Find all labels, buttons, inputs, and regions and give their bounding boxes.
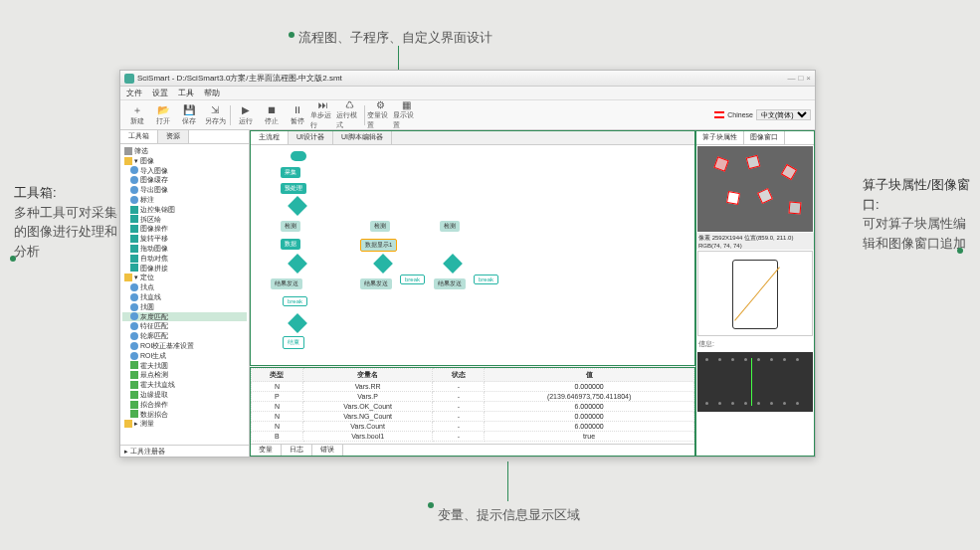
tool-tree[interactable]: 筛选▾ 图像导入图像图像缓存导出图像标注边控集锦图拆区绘图像操作旋转平移拖动图像… [120,144,249,445]
left-tab-工具箱[interactable]: 工具箱 [120,130,158,143]
toolbar-保存[interactable]: 💾保存 [176,102,202,128]
flow-node[interactable]: 结果发送 [360,278,392,289]
tree-item[interactable]: 图像缓存 [122,175,247,185]
tree-item[interactable]: 边控集锦图 [122,205,247,215]
tree-item[interactable]: 筛选 [122,146,247,156]
var-tab-0[interactable]: 变量 [251,445,282,456]
flow-condition[interactable] [373,254,393,274]
toolbar-另存为[interactable]: ⇲另存为 [202,102,228,128]
tree-item[interactable]: 轮廓匹配 [122,331,247,341]
left-tab-资源[interactable]: 资源 [158,130,189,143]
table-row[interactable]: NVars.Count-6.000000 [252,422,694,432]
flow-node[interactable]: break [283,296,307,306]
col-state[interactable]: 状态 [433,369,485,382]
tree-item[interactable]: 导出图像 [122,185,247,195]
table-row[interactable]: NVars.NG_Count-0.000000 [252,412,694,422]
tree-item[interactable]: 找圆 [122,302,247,312]
menu-设置[interactable]: 设置 [152,88,168,98]
flow-node[interactable]: 检测 [370,221,390,232]
connector-line [398,46,399,70]
tree-item[interactable]: 数据拟合 [122,410,247,420]
menu-工具[interactable]: 工具 [178,88,194,98]
image-preview-1[interactable] [697,146,813,232]
toolbar-显示设置[interactable]: ▦显示设置 [393,102,419,128]
tree-item[interactable]: 标注 [122,195,247,205]
flow-node[interactable]: break [400,275,425,284]
var-tab-2[interactable]: 错误 [312,445,343,456]
image-preview-3[interactable] [697,352,813,412]
tree-item[interactable]: 拖动图像 [122,244,247,254]
flow-node[interactable]: 数据显示1 [360,239,397,252]
flow-node[interactable]: 检测 [281,221,300,232]
flow-start[interactable] [291,151,306,161]
flow-node[interactable]: 检测 [440,221,460,232]
tree-item[interactable]: 边缘提取 [122,390,247,400]
flow-condition[interactable] [288,313,307,333]
tree-item[interactable]: 最点检测 [122,370,247,380]
toolbar-运行[interactable]: ▶运行 [233,102,259,128]
tree-item[interactable]: 霍夫找直线 [122,380,247,390]
center-tab-1[interactable]: UI设计器 [289,131,333,144]
toolbar-单步运行[interactable]: ⏭单步运行 [310,102,336,128]
flow-node[interactable]: 预处理 [281,183,306,194]
language-selector[interactable]: Chinese 中文(简体) [714,109,811,120]
flow-node[interactable]: 数据 [281,239,300,250]
flow-node[interactable]: break [474,275,498,284]
tree-item[interactable]: 灰度匹配 [122,312,247,322]
tree-item[interactable]: 图像拼接 [122,264,247,274]
toolbar-运行模式[interactable]: ♺运行模式 [336,102,362,128]
flow-node[interactable]: 采集 [281,167,300,178]
var-tab-1[interactable]: 日志 [282,445,312,456]
flow-condition[interactable] [443,254,463,274]
tree-icon [130,225,138,233]
flow-node[interactable]: 结束 [283,336,304,349]
tree-item[interactable]: ROI校正基准设置 [122,341,247,351]
toolbar-新建[interactable]: ＋新建 [124,102,150,128]
center-tab-0[interactable]: 主流程 [251,131,289,144]
table-row[interactable]: NVars.OK_Count-6.000000 [252,402,694,412]
flowchart-canvas[interactable]: 采集 预处理 检测 检测 检测 数据 数据显示1 结果发送 结果发送 结果发送 … [251,145,694,365]
tree-item[interactable]: 找直线 [122,292,247,302]
language-dropdown[interactable]: 中文(简体) [756,109,811,120]
tree-item[interactable]: 旋转平移 [122,234,247,244]
tree-item[interactable]: 导入图像 [122,166,247,176]
maximize-button[interactable]: □ [798,74,803,83]
toolbar-打开[interactable]: 📂打开 [150,102,176,128]
tree-item[interactable]: 拟合操作 [122,400,247,410]
flow-condition[interactable] [288,196,307,216]
separator [364,105,365,125]
right-tab-0[interactable]: 算子块属性 [696,131,744,144]
tree-item[interactable]: ▾ 定位 [122,273,247,282]
tree-item[interactable]: 自动对焦 [122,254,247,264]
close-button[interactable]: × [806,74,811,83]
tree-item[interactable]: ▾ 图像 [122,156,247,166]
停止-icon: ⏹ [266,104,278,116]
table-row[interactable]: PVars.P-(2139.646973,750.411804) [252,392,694,402]
variable-table[interactable]: 类型 变量名 状态 值 NVars.RR-0.000000PVars.P-(21… [251,368,694,444]
flow-node[interactable]: 结果发送 [271,278,302,289]
col-value[interactable]: 值 [485,369,694,382]
tree-item[interactable]: ROI生成 [122,351,247,361]
tree-item[interactable]: 找点 [122,282,247,292]
table-row[interactable]: NVars.RR-0.000000 [252,382,694,392]
table-row[interactable]: BVars.bool1-true [252,432,694,442]
right-tab-1[interactable]: 图像窗口 [744,131,785,144]
tree-item[interactable]: 图像操作 [122,224,247,234]
menu-文件[interactable]: 文件 [126,88,142,98]
menu-帮助[interactable]: 帮助 [204,88,220,98]
toolbar-停止[interactable]: ⏹停止 [259,102,285,128]
center-tab-2[interactable]: UI脚本编辑器 [333,131,392,144]
tree-item[interactable]: 拆区绘 [122,215,247,225]
tree-item[interactable]: 特征匹配 [122,321,247,331]
col-type[interactable]: 类型 [252,369,303,382]
tree-item[interactable]: ▸ 测量 [122,419,247,429]
toolbar-变量设置[interactable]: ⚙变量设置 [367,102,393,128]
col-name[interactable]: 变量名 [302,369,433,382]
flow-condition[interactable] [288,254,307,274]
toolbar-暂停[interactable]: ⏸暂停 [285,102,310,128]
minimize-button[interactable]: — [787,74,795,83]
tool-register-footer[interactable]: ▸ 工具注册器 [120,445,249,457]
tree-item[interactable]: 霍夫找圆 [122,361,247,371]
flow-node[interactable]: 结果发送 [434,278,466,289]
image-preview-2[interactable] [697,251,813,336]
